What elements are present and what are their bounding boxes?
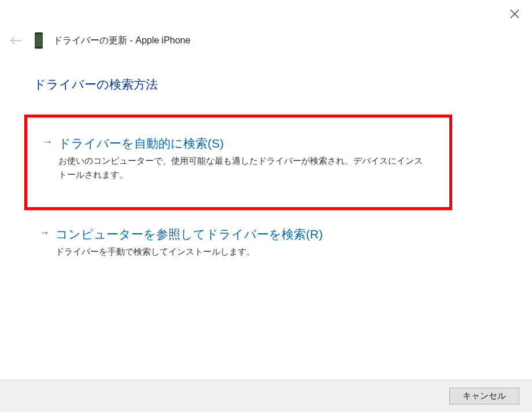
close-icon [510, 9, 519, 19]
option-auto-search[interactable]: → ドライバーを自動的に検索(S) お使いのコンピューターで、使用可能な最も適し… [24, 115, 452, 210]
back-button[interactable] [9, 34, 23, 47]
option-description: ドライバーを手動で検索してインストールします。 [56, 245, 439, 259]
header: ドライバーの更新 - Apple iPhone [9, 32, 190, 49]
close-button[interactable] [508, 7, 522, 21]
option-browse-search[interactable]: → コンピューターを参照してドライバーを検索(R) ドライバーを手動で検索してイ… [24, 220, 452, 270]
arrow-right-icon: → [39, 227, 50, 239]
option-title: ドライバーを自動的に検索(S) [58, 135, 437, 152]
arrow-right-icon: → [42, 136, 53, 148]
window-title: ドライバーの更新 - Apple iPhone [53, 35, 190, 47]
page-heading: ドライバーの検索方法 [34, 76, 158, 93]
option-description: お使いのコンピューターで、使用可能な最も適したドライバーが検索され、デバイスにイ… [58, 154, 437, 182]
phone-icon [35, 32, 43, 49]
cancel-button[interactable]: キャンセル [449, 388, 519, 404]
option-title: コンピューターを参照してドライバーを検索(R) [56, 226, 439, 242]
footer: キャンセル [0, 380, 532, 412]
back-arrow-icon [10, 36, 22, 45]
